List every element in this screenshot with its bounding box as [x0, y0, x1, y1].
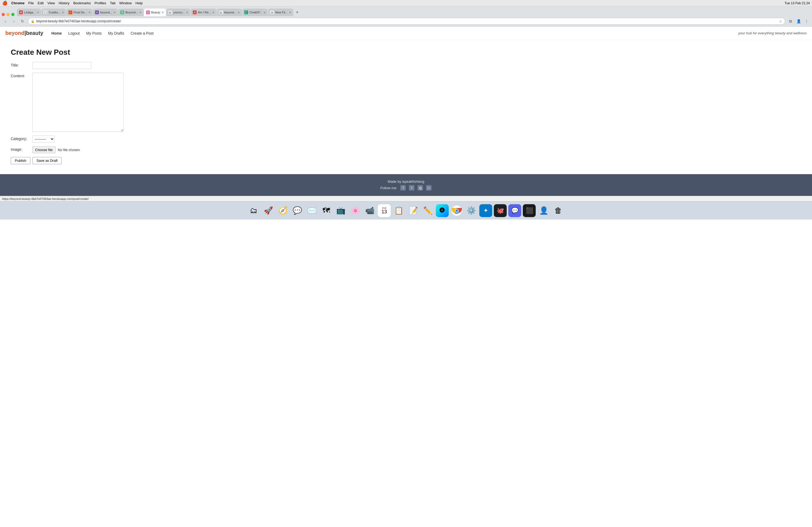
- bookmark-star-icon[interactable]: ☆: [779, 19, 782, 23]
- youtube-icon[interactable]: ▷: [426, 185, 432, 191]
- twitter-icon[interactable]: t: [409, 185, 414, 191]
- site-logo[interactable]: beyond|beauty: [5, 30, 43, 36]
- window-minimize[interactable]: [6, 13, 10, 16]
- category-label: Category:: [11, 136, 32, 141]
- title-input[interactable]: [32, 62, 91, 69]
- menu-tab[interactable]: Tab: [110, 1, 115, 5]
- menu-help[interactable]: Help: [135, 1, 143, 5]
- tab-1[interactable]: M Lediga... ✕: [17, 9, 41, 16]
- menu-window[interactable]: Window: [119, 1, 132, 5]
- tab-close-5[interactable]: ✕: [139, 11, 142, 14]
- menu-profiles[interactable]: Profiles: [95, 1, 106, 5]
- dock-calendar[interactable]: FEB 13: [378, 204, 391, 217]
- choose-file-button[interactable]: Choose file: [32, 146, 56, 153]
- tab-close-4[interactable]: ✕: [114, 11, 116, 14]
- dock-facetime[interactable]: 📹: [363, 204, 376, 217]
- new-tab-button[interactable]: +: [293, 9, 301, 16]
- dock-notes[interactable]: 📝: [407, 204, 420, 217]
- menu-bookmarks[interactable]: Bookmarks: [73, 1, 91, 5]
- tab-close-11[interactable]: ✕: [289, 11, 291, 14]
- page-title: Create New Post: [11, 48, 801, 57]
- tab-close-10[interactable]: ✕: [263, 11, 265, 14]
- tab-favicon-5: B: [120, 11, 124, 14]
- tab-close-7[interactable]: ✕: [186, 11, 188, 14]
- tab-title-9: beyond...: [224, 11, 236, 14]
- status-bar: https://beyond-beauty-6bb7e07463ae.herok…: [0, 196, 812, 201]
- menu-history[interactable]: History: [59, 1, 69, 5]
- extensions-icon[interactable]: ⧉: [787, 18, 794, 25]
- dock-system-prefs[interactable]: ⚙️: [465, 204, 478, 217]
- dock-finder[interactable]: 🗂: [247, 204, 260, 217]
- menu-view[interactable]: View: [47, 1, 55, 5]
- tab-2[interactable]: ◯ Custitu... ✕: [41, 9, 66, 16]
- reload-button[interactable]: ↻: [19, 18, 26, 25]
- tab-10[interactable]: C ChatGP... ✕: [242, 9, 268, 16]
- back-button[interactable]: ‹: [2, 18, 9, 25]
- nav-my-drafts[interactable]: My Drafts: [108, 31, 124, 35]
- chrome-menu-icon[interactable]: ⋮: [803, 18, 810, 25]
- save-draft-button[interactable]: Save as Draft: [32, 157, 62, 164]
- dock-messages[interactable]: 💬: [291, 204, 304, 217]
- nav-create-post[interactable]: Create a Post: [130, 31, 154, 35]
- tab-close-3[interactable]: ✕: [88, 11, 90, 14]
- window-close[interactable]: [2, 13, 5, 16]
- tab-close-8[interactable]: ✕: [213, 11, 215, 14]
- dock-tv[interactable]: 📺: [334, 204, 347, 217]
- tab-close-9[interactable]: ✕: [238, 11, 240, 14]
- title-label: Title:: [11, 62, 32, 67]
- dock-safari[interactable]: 🧭: [276, 204, 289, 217]
- address-text: beyond-beauty-6bb7e07463ae.herokuapp.com…: [36, 19, 777, 23]
- category-select[interactable]: ---------- Skincare Makeup Wellness: [32, 136, 55, 142]
- forward-button[interactable]: ›: [11, 18, 17, 25]
- dock-maps[interactable]: 🗺: [320, 204, 333, 217]
- nav-home[interactable]: Home: [51, 31, 62, 35]
- tab-5[interactable]: B Beyond... ✕: [118, 9, 143, 16]
- dock-trash[interactable]: 🗑: [552, 204, 565, 217]
- dock-photos[interactable]: 🌸: [349, 204, 362, 217]
- menu-edit[interactable]: Edit: [38, 1, 44, 5]
- dock-launchpad[interactable]: 🚀: [262, 204, 275, 217]
- dock-user-photo[interactable]: 👤: [537, 204, 550, 217]
- tab-11[interactable]: ◎ New Fil... ✕: [268, 9, 293, 16]
- tab-close-1[interactable]: ✕: [37, 11, 39, 14]
- app-name[interactable]: Chrome: [11, 1, 25, 5]
- dock-appstore[interactable]: 🅐: [436, 204, 449, 217]
- apple-menu[interactable]: 🍎: [2, 1, 8, 6]
- nav-my-posts[interactable]: My Posts: [86, 31, 102, 35]
- content-textarea[interactable]: [32, 73, 124, 132]
- window-controls: [2, 13, 14, 16]
- tab-title-5: Beyond...: [126, 11, 138, 14]
- tab-7[interactable]: ◎ yourco... ✕: [166, 9, 190, 16]
- tab-4[interactable]: H beyond... ✕: [93, 9, 118, 16]
- tab-title-2: Custitu...: [48, 11, 60, 14]
- address-box[interactable]: 🔒 beyond-beauty-6bb7e07463ae.herokuapp.c…: [28, 18, 785, 25]
- tab-close-6[interactable]: ✕: [162, 11, 164, 14]
- nav-logout[interactable]: Logout: [68, 31, 80, 35]
- dock-vscode[interactable]: ✦: [479, 204, 492, 217]
- dock-freeform[interactable]: ✏️: [421, 204, 434, 217]
- dock-reminders[interactable]: 📋: [392, 204, 405, 217]
- tab-8[interactable]: A Am I Re... ✕: [191, 9, 217, 16]
- dock-discord[interactable]: 💬: [508, 204, 521, 217]
- category-row: Category: ---------- Skincare Makeup Wel…: [11, 136, 801, 142]
- dock-mail[interactable]: ✉️: [305, 204, 318, 217]
- dock-github-desktop[interactable]: 🐙: [494, 204, 507, 217]
- tab-close-2[interactable]: ✕: [62, 11, 64, 14]
- window-maximize[interactable]: [11, 13, 14, 16]
- tab-favicon-11: ◎: [270, 11, 274, 14]
- dock-chrome[interactable]: [450, 204, 463, 217]
- menubar: 🍎 Chrome File Edit View History Bookmark…: [0, 0, 812, 6]
- site-navigation: beyond|beauty Home Logout My Posts My Dr…: [0, 27, 812, 40]
- facebook-icon[interactable]: f: [400, 185, 406, 191]
- menu-file[interactable]: File: [28, 1, 34, 5]
- profile-icon[interactable]: 👤: [795, 18, 802, 25]
- lock-icon: 🔒: [31, 19, 35, 23]
- dock-terminal[interactable]: ⬛: [523, 204, 536, 217]
- tab-3[interactable]: O Final De... ✕: [66, 9, 93, 16]
- tab-6[interactable]: B Beauty ✕: [144, 9, 166, 16]
- publish-button[interactable]: Publish: [11, 157, 30, 164]
- tab-9[interactable]: ◎ beyond... ✕: [217, 9, 242, 16]
- image-label: Image:: [11, 146, 32, 152]
- instagram-icon[interactable]: ig: [418, 185, 423, 191]
- menubar-time: Tue 13 Feb 21:24: [785, 1, 810, 5]
